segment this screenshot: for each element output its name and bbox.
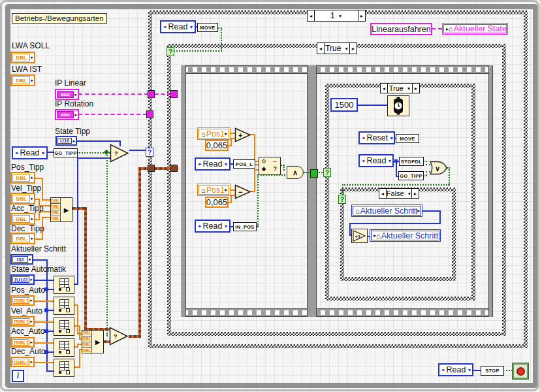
state-tipp-terminal[interactable]: U16▸ [56, 136, 77, 146]
index-array-function[interactable] [54, 276, 74, 294]
index-array-function[interactable] [54, 359, 74, 377]
case-inner-true-selector-terminal[interactable]: ? [323, 168, 331, 177]
go-tipp-name-constant[interactable]: GO_TIPP [398, 171, 424, 180]
read-ring-constant[interactable]: ◂▸ Read ▼ [438, 363, 473, 376]
linearausfahren-string-constant[interactable]: Linearausfahren [370, 23, 432, 35]
case-inner-true-selector[interactable]: ◄ True▼ ► [380, 83, 420, 93]
element-port-icon [66, 287, 70, 291]
case-prev-icon[interactable]: ◄ [308, 10, 315, 21]
pos1-local-variable[interactable]: ⌂ Pos1 ▸ [197, 184, 230, 196]
ring-dropdown-icon[interactable]: ▼ [39, 151, 45, 155]
bundle-function-tipp[interactable]: DBL DBL DBL DBL ▶ [50, 197, 72, 222]
ring-increment-icon[interactable]: ◂▸ [163, 24, 167, 29]
ring-increment-icon[interactable]: ◂▸ [362, 158, 365, 163]
lwa-ist-label: LWA IST [12, 65, 42, 74]
tunnel-string[interactable] [146, 110, 153, 118]
read-ring-constant[interactable]: ◂▸ Read ▼ [160, 20, 196, 33]
lwa-soll-terminal[interactable]: DBL▸ [10, 52, 35, 63]
aktueller-state-local-variable[interactable]: ▸ ⌂ Aktueller State [442, 23, 508, 35]
case-true-selector-terminal[interactable]: ? [167, 47, 174, 56]
case-prev-icon[interactable]: ◄ [381, 84, 388, 93]
tunnel-cluster[interactable] [170, 165, 178, 172]
wait-ms-constant[interactable]: 1500 [330, 98, 358, 112]
index-array-function[interactable] [54, 318, 74, 336]
state-automatik-terminal[interactable]: [U16]▸ [10, 274, 35, 285]
bundle-function-auto[interactable]: DBL DBL DBL DBL ▶ [82, 330, 104, 353]
ip-linear-terminal[interactable]: abc▸ [55, 89, 79, 100]
go-tipp-name-constant[interactable]: GO_TIPP [54, 148, 78, 157]
read-ring-constant[interactable]: ◂▸ Read ▼ [12, 146, 48, 159]
case-next-icon[interactable]: ► [358, 10, 365, 21]
tunnel-cluster[interactable] [148, 165, 155, 172]
case-false-selector-terminal[interactable]: ? [338, 195, 346, 204]
tolerance-constant[interactable]: 0,065 [205, 140, 229, 151]
tunnel-string[interactable] [170, 90, 178, 98]
ring-dropdown-icon[interactable]: ▼ [187, 25, 193, 29]
stopdl-name-constant[interactable]: STOPDL [399, 157, 424, 166]
ip-rotation-terminal[interactable]: abc▸ [55, 109, 79, 120]
vel-auto-terminal[interactable]: [DBL]▸ [10, 316, 35, 327]
case-prev-icon[interactable]: ◄ [379, 189, 387, 198]
case1-selector-terminal[interactable]: ? [146, 148, 153, 157]
ring-increment-icon[interactable]: ◂▸ [441, 367, 445, 372]
tunnel-string[interactable] [148, 90, 155, 98]
in-range-and-coerce-function[interactable]: ◇ ◆ → ? [259, 157, 281, 175]
dec-tipp-terminal[interactable]: DBL▸ [10, 233, 35, 244]
and-function[interactable]: ∧ [287, 166, 304, 179]
bundle-input-type: DBL [82, 342, 91, 348]
increment-function[interactable]: +1 [351, 229, 368, 243]
case-next-icon[interactable]: ► [411, 189, 419, 198]
ring-dropdown-icon[interactable]: ▼ [388, 136, 394, 140]
or-function[interactable]: ∨ [429, 161, 447, 175]
case-false-selector[interactable]: ◄ False▼ ► [379, 188, 419, 199]
aktueller-schritt-terminal[interactable]: I32▸ [10, 254, 33, 265]
dec-auto-terminal[interactable]: [DBL]▸ [10, 357, 35, 367]
case-next-icon[interactable]: ► [412, 84, 419, 93]
ring-increment-icon[interactable]: ◂▸ [198, 161, 201, 167]
ring-dropdown-icon[interactable]: ▼ [222, 162, 228, 167]
reset-ring-constant[interactable]: ◂▸ Reset ▼ [358, 131, 395, 144]
subtract-function[interactable]: − [234, 184, 251, 199]
case-prev-icon[interactable]: ◄ [317, 43, 325, 54]
ring-dropdown-icon[interactable]: ▼ [386, 159, 392, 163]
output-arrow-icon: ▸ [74, 91, 77, 98]
ring-dropdown-icon[interactable]: ▼ [466, 368, 471, 372]
pos-auto-terminal[interactable]: [DBL]▸ [10, 295, 35, 306]
read-ring-constant[interactable]: ◂▸ Read ▼ [195, 157, 230, 171]
pos1-local-variable[interactable]: ⌂ Pos1 ▸ [197, 127, 230, 140]
ring-increment-icon[interactable]: ◂▸ [198, 223, 201, 229]
case-next-icon[interactable]: ► [349, 43, 357, 54]
ip-rotation-label: IP Rotation [55, 99, 93, 108]
pos-tipp-terminal[interactable]: DBL▸ [10, 172, 35, 184]
ring-increment-icon[interactable]: ◂▸ [15, 150, 18, 155]
read-ring-constant[interactable]: ◂▸ Read ▼ [195, 220, 230, 233]
in-pos-name-constant[interactable]: IN_POS [233, 222, 257, 231]
ring-increment-icon[interactable]: ◂▸ [362, 135, 365, 140]
acc-tipp-terminal[interactable]: DBL▸ [10, 213, 35, 225]
move-name-constant[interactable]: MOVE [197, 23, 218, 32]
dropdown-icon: ▼ [344, 46, 348, 51]
vel-tipp-terminal[interactable]: DBL▸ [10, 193, 35, 204]
ring-dropdown-icon[interactable]: ▼ [222, 224, 228, 229]
select-function[interactable]: ? [109, 327, 129, 346]
wait-ms-function[interactable] [387, 95, 409, 116]
index-array-function[interactable] [54, 297, 74, 315]
stop-name-constant[interactable]: STOP [481, 366, 504, 376]
acc-auto-terminal[interactable]: [DBL]▸ [10, 337, 35, 348]
move-name-constant[interactable]: MOVE [396, 134, 419, 143]
add-function[interactable]: + [234, 127, 251, 142]
lwa-ist-terminal[interactable]: DBL▸ [10, 74, 35, 86]
loop-iteration-terminal[interactable]: i [12, 370, 24, 382]
case1-selector[interactable]: ◄ 1▼ ► [307, 10, 366, 22]
tunnel-boolean[interactable] [310, 169, 318, 178]
read-ring-constant[interactable]: ◂▸ Read ▼ [358, 154, 394, 167]
tolerance-constant[interactable]: 0,065 [205, 197, 229, 208]
aktueller-schritt-local-read[interactable]: ⌂ Aktueller Schritt ▸ [351, 204, 422, 217]
aktueller-schritt-local-write[interactable]: ▸ ⌂ Aktueller Schritt [370, 229, 441, 242]
pos-l-name-constant[interactable]: POS_L [233, 159, 255, 169]
case-true-selector[interactable]: ◄ True▼ ► [317, 42, 357, 54]
wire-segment [34, 321, 54, 323]
index-array-function[interactable] [54, 338, 74, 357]
select-function[interactable]: ? [110, 144, 129, 163]
loop-condition-terminal[interactable] [512, 363, 529, 380]
